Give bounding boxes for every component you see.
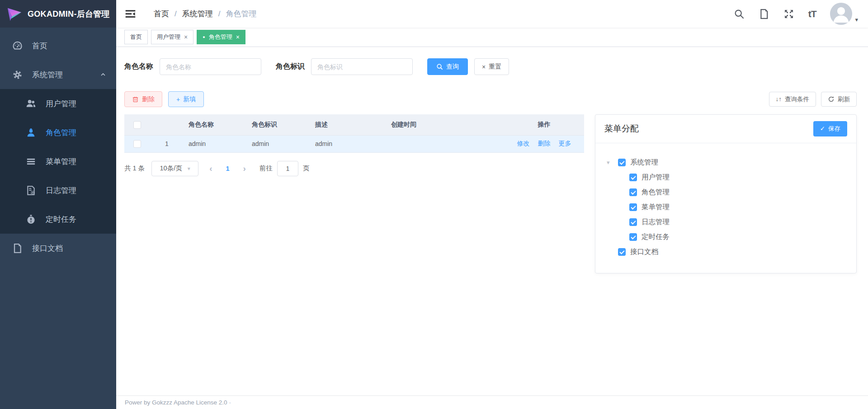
avatar[interactable]: [830, 3, 852, 25]
edit-link[interactable]: 修改: [517, 140, 530, 147]
row-checkbox[interactable]: [133, 140, 141, 148]
close-icon[interactable]: ×: [236, 34, 240, 40]
tree-node-roles[interactable]: 角色管理: [607, 185, 847, 200]
close-icon: ×: [482, 64, 486, 70]
tree-node-menus[interactable]: 菜单管理: [607, 200, 847, 215]
footer-text: Power by Gokzzz Apache License 2.0 ·: [125, 399, 231, 406]
sidebar-item-home[interactable]: 首页: [0, 31, 116, 60]
sidebar-item-system[interactable]: 系统管理: [0, 60, 116, 89]
tree-checkbox[interactable]: [629, 233, 637, 241]
tab-user-management[interactable]: 用户管理 ×: [151, 30, 193, 44]
page-footer: Power by Gokzzz Apache License 2.0 ·: [116, 395, 868, 409]
tree-checkbox[interactable]: [629, 218, 637, 226]
plus-icon: +: [176, 96, 180, 103]
chevron-up-icon: [100, 71, 106, 78]
filter-conditions-button[interactable]: ↓↑ 查询条件: [769, 92, 816, 107]
goto-label: 前往: [259, 164, 273, 173]
current-page[interactable]: 1: [226, 165, 229, 172]
fullscreen-icon[interactable]: [783, 9, 794, 19]
tab-label: 首页: [130, 33, 142, 41]
sidebar-submenu-system: 用户管理 角色管理 菜单管理: [0, 89, 116, 234]
tree-node-users[interactable]: 用户管理: [607, 170, 847, 185]
next-page-button[interactable]: ›: [243, 164, 246, 174]
close-icon[interactable]: ×: [184, 34, 188, 40]
app-logo: GOKADMIN-后台管理: [0, 0, 116, 28]
tree-node-logs[interactable]: 日志管理: [607, 215, 847, 230]
sort-icon: ↓↑: [776, 96, 782, 103]
sidebar-item-tasks[interactable]: 定时任务: [0, 205, 116, 234]
tags-view-bar: 首页 用户管理 × ● 角色管理 ×: [116, 28, 868, 47]
cell-description: admin: [311, 135, 387, 152]
sidebar-item-label: 角色管理: [46, 127, 76, 138]
app-title: GOKADMIN-后台管理: [28, 9, 110, 19]
timer-icon: [26, 214, 36, 225]
navbar: 首页 / 系统管理 / 角色管理: [116, 0, 868, 28]
column-header-role-key: 角色标识: [247, 114, 311, 135]
index-column-header: [150, 114, 184, 135]
delete-link[interactable]: 删除: [538, 140, 551, 147]
cell-role-key: admin: [247, 135, 311, 152]
tab-home[interactable]: 首页: [124, 30, 148, 44]
panel-header: 菜单分配 ✓ 保存: [595, 115, 856, 143]
save-button[interactable]: ✓ 保存: [813, 121, 847, 136]
sidebar-item-apidocs[interactable]: 接口文档: [0, 234, 116, 263]
reset-button[interactable]: × 重置: [474, 58, 509, 75]
tree-expand-icon[interactable]: ▾: [607, 159, 618, 166]
caret-down-icon: ▾: [855, 16, 858, 25]
tree-checkbox[interactable]: [618, 159, 626, 166]
sidebar: GOKADMIN-后台管理 首页 系统管理: [0, 0, 116, 409]
cell-index: 1: [150, 135, 184, 152]
tree-checkbox[interactable]: [629, 174, 637, 181]
fold-sidebar-icon[interactable]: [124, 8, 137, 20]
table-row[interactable]: 1 admin admin admin 修改 删除 更多: [124, 135, 584, 152]
sidebar-item-menus[interactable]: 菜单管理: [0, 147, 116, 176]
delete-button[interactable]: 删除: [124, 91, 162, 107]
sidebar-item-label: 接口文档: [32, 243, 63, 254]
tree-node-system[interactable]: ▾ 系统管理: [607, 155, 847, 170]
pager: ‹ 1 ›: [209, 164, 246, 174]
select-all-checkbox[interactable]: [133, 121, 141, 129]
main-area: 首页 / 系统管理 / 角色管理: [116, 0, 868, 409]
sidebar-item-users[interactable]: 用户管理: [0, 89, 116, 118]
breadcrumb-current: 角色管理: [226, 9, 256, 19]
magnifier-icon: [436, 63, 443, 70]
tree-checkbox[interactable]: [629, 188, 637, 196]
tab-role-management[interactable]: ● 角色管理 ×: [197, 30, 245, 44]
sidebar-item-label: 日志管理: [46, 185, 76, 196]
cell-actions: 修改 删除 更多: [504, 135, 584, 152]
sidebar-menu: 首页 系统管理 用户管理: [0, 28, 116, 263]
refresh-icon: [828, 96, 835, 103]
users-icon: [26, 99, 36, 109]
menu-assignment-panel: 菜单分配 ✓ 保存 ▾ 系统管理 用户管理: [595, 114, 857, 273]
more-link[interactable]: 更多: [558, 140, 571, 147]
tree-checkbox[interactable]: [629, 203, 637, 211]
prev-page-button[interactable]: ‹: [209, 164, 212, 174]
add-button[interactable]: + 新填: [168, 91, 204, 107]
cell-role-name: admin: [184, 135, 247, 152]
document-icon[interactable]: [759, 9, 769, 19]
font-size-icon[interactable]: tT: [808, 9, 816, 19]
table-toolbar: 删除 + 新填 ↓↑ 查询条件 刷新: [124, 91, 857, 107]
page-unit-label: 页: [303, 164, 310, 173]
tree-node-tasks[interactable]: 定时任务: [607, 230, 847, 244]
role-name-input[interactable]: [160, 58, 261, 75]
sidebar-item-logs[interactable]: 日志管理: [0, 176, 116, 205]
tab-label: 用户管理: [157, 33, 180, 41]
tree-node-apidocs[interactable]: 接口文档: [607, 244, 847, 259]
query-button[interactable]: 查询: [427, 58, 468, 75]
log-icon: [26, 185, 36, 196]
role-key-input[interactable]: [311, 58, 413, 75]
user-menu[interactable]: ▾: [830, 3, 858, 25]
column-header-description: 描述: [311, 114, 387, 135]
refresh-button[interactable]: 刷新: [821, 92, 857, 107]
page-size-select[interactable]: 10条/页 ▾: [151, 161, 198, 176]
breadcrumb-system[interactable]: 系统管理: [182, 9, 213, 19]
goto-page-input[interactable]: [277, 161, 298, 176]
active-dot-icon: ●: [203, 35, 205, 39]
search-icon[interactable]: [734, 9, 745, 19]
column-header-created-at: 创建时间: [387, 114, 504, 135]
breadcrumb-home[interactable]: 首页: [154, 9, 169, 19]
role-icon: [26, 127, 36, 138]
sidebar-item-roles[interactable]: 角色管理: [0, 118, 116, 147]
tree-checkbox[interactable]: [618, 248, 626, 256]
